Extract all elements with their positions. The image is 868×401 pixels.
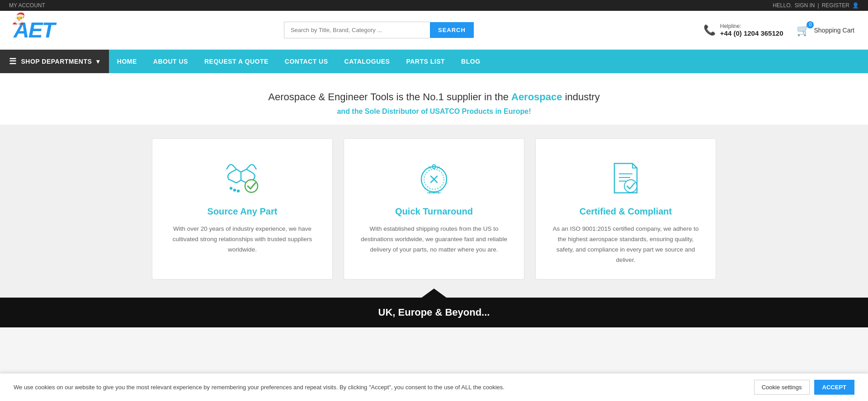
hero-subtitle: and the Sole Distributor of USATCO Produ… (9, 107, 859, 116)
cards-section: Source Any Part With over 20 years of in… (0, 125, 868, 298)
handshake-icon (222, 157, 263, 197)
hero-accent: Aerospace (511, 91, 562, 103)
nav-bar: ☰ SHOP DEPARTMENTS ▾ HOME ABOUT US REQUE… (0, 50, 868, 73)
top-bar: MY ACCOUNT HELLO. SIGN IN | REGISTER 👤 (0, 0, 868, 11)
search-input[interactable] (284, 22, 430, 38)
hello-label: HELLO. (773, 2, 792, 9)
card-source-title: Source Any Part (166, 206, 319, 217)
separator: | (818, 2, 819, 9)
cart-badge: 0 (807, 21, 814, 28)
cart-label[interactable]: Shopping Cart (814, 27, 854, 34)
my-account-label[interactable]: MY ACCOUNT (9, 2, 45, 9)
search-button[interactable]: SEARCH (430, 22, 474, 38)
nav-item-blog[interactable]: BLOG (453, 50, 488, 73)
svg-point-2 (234, 189, 236, 191)
nav-item-catalogues[interactable]: CATALOGUES (336, 50, 398, 73)
top-bar-right: HELLO. SIGN IN | REGISTER 👤 (773, 2, 859, 9)
card-source-any-part: Source Any Part With over 20 years of in… (152, 138, 333, 280)
logo-area[interactable]: 🎅 AET (14, 18, 54, 42)
phone-icon: 📞 (703, 24, 716, 36)
stopwatch-icon (414, 157, 454, 197)
nav-item-about[interactable]: ABOUT US (145, 50, 196, 73)
user-icon: 👤 (852, 2, 859, 9)
card-turnaround-text: With established shipping routes from th… (358, 224, 510, 255)
nav-item-quote[interactable]: REQUEST A QUOTE (196, 50, 277, 73)
card-certified-title: Certified & Compliant (549, 206, 702, 217)
hero-prefix: Aerospace & Engineer Tools is the No.1 s… (268, 91, 509, 103)
hero-section: Aerospace & Engineer Tools is the No.1 s… (0, 73, 868, 125)
helpline: 📞 Helpline: +44 (0) 1204 365120 (703, 23, 783, 37)
hero-headline: Aerospace & Engineer Tools is the No.1 s… (9, 91, 859, 103)
search-area: SEARCH (284, 22, 474, 38)
svg-point-3 (237, 190, 239, 192)
nav-item-parts[interactable]: PARTS LIST (398, 50, 453, 73)
helpline-phone: +44 (0) 1204 365120 (720, 29, 783, 37)
nav-item-contact[interactable]: CONTACT US (277, 50, 336, 73)
cart-area[interactable]: 🛒 0 Shopping Cart (797, 24, 854, 37)
header: 🎅 AET SEARCH 📞 Helpline: +44 (0) 1204 36… (0, 11, 868, 50)
nav-item-home[interactable]: HOME (109, 50, 145, 73)
svg-point-0 (245, 180, 258, 192)
hero-suffix: industry (565, 91, 600, 103)
logo[interactable]: 🎅 AET (14, 18, 54, 42)
card-turnaround-title: Quick Turnaround (358, 206, 510, 217)
svg-point-1 (230, 187, 232, 189)
helpline-label: Helpline: (720, 23, 741, 29)
card-source-text: With over 20 years of industry experienc… (166, 224, 319, 255)
register-link[interactable]: REGISTER (822, 2, 849, 9)
header-right: 📞 Helpline: +44 (0) 1204 365120 🛒 0 Shop… (703, 23, 854, 37)
bottom-dark-section: UK, Europe & Beyond... (0, 298, 868, 327)
shop-departments-label: SHOP DEPARTMENTS (21, 58, 92, 65)
nav-links: HOME ABOUT US REQUEST A QUOTE CONTACT US… (109, 50, 868, 73)
bottom-title: UK, Europe & Beyond... (378, 307, 490, 318)
sign-in-link[interactable]: SIGN IN (795, 2, 815, 9)
hamburger-icon: ☰ (9, 56, 17, 66)
certificate-icon (605, 157, 646, 197)
santa-hat-icon: 🎅 (12, 12, 24, 25)
card-quick-turnaround: Quick Turnaround With established shippi… (344, 138, 524, 280)
card-certified-text: As an ISO 9001:2015 certified company, w… (549, 224, 702, 266)
svg-point-18 (624, 180, 637, 192)
chevron-down-icon: ▾ (96, 58, 100, 65)
shop-departments-button[interactable]: ☰ SHOP DEPARTMENTS ▾ (0, 50, 109, 73)
card-certified: Certified & Compliant As an ISO 9001:201… (535, 138, 716, 280)
